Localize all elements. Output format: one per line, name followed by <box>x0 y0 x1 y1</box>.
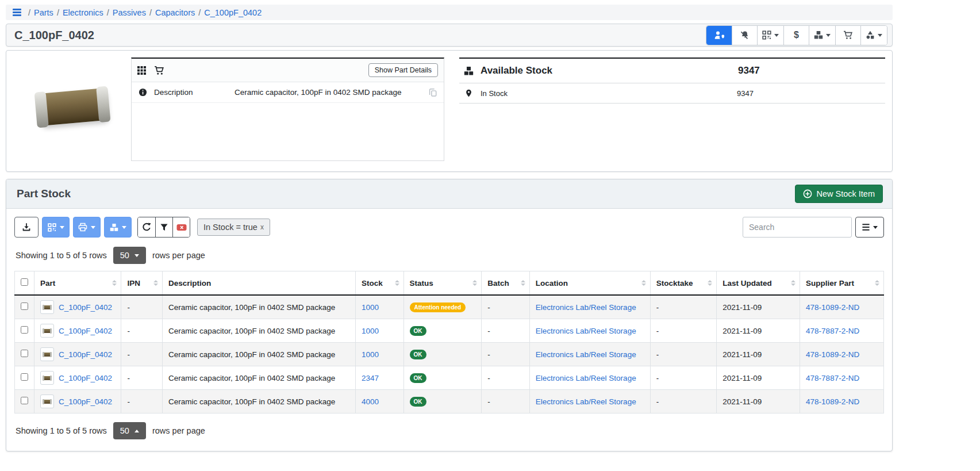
shopping-cart-icon <box>154 66 164 75</box>
pagination-suffix-text: rows per page <box>152 251 205 260</box>
supplier-part-link[interactable]: 478-1089-2-ND <box>806 397 859 406</box>
stock-quantity-link[interactable]: 2347 <box>362 374 379 382</box>
supplier-part-link[interactable]: 478-1089-2-ND <box>806 350 859 359</box>
part-stock-card: Part Stock New Stock Item <box>6 179 893 451</box>
subscribe-button[interactable] <box>706 26 732 45</box>
column-label: Batch <box>487 279 509 288</box>
part-link[interactable]: C_100pF_0402 <box>59 350 112 359</box>
description-cell: Ceramic capacitor, 100pF in 0402 SMD pac… <box>162 390 355 413</box>
supplier-part-link[interactable]: 478-1089-2-ND <box>806 303 859 312</box>
stock-options-button[interactable] <box>104 217 132 238</box>
row-checkbox[interactable] <box>21 326 28 334</box>
row-checkbox[interactable] <box>21 350 28 357</box>
column-label: Last Updated <box>722 279 772 288</box>
column-header-stocktake[interactable]: Stocktake <box>650 271 716 296</box>
menu-icon[interactable] <box>13 9 21 16</box>
page-size-dropdown[interactable]: 50 <box>113 247 146 264</box>
supplier-part-link[interactable]: 478-7887-2-ND <box>806 327 859 335</box>
filter-chip: In Stock = true x <box>197 219 270 236</box>
in-stock-value: 9347 <box>737 89 879 98</box>
column-header-part[interactable]: Part <box>34 271 121 296</box>
breadcrumb-item-capacitors[interactable]: Capacitors <box>155 8 195 17</box>
page-header: C_100pF_0402 $ <box>6 24 893 47</box>
columns-button[interactable] <box>855 217 884 238</box>
column-header-batch[interactable]: Batch <box>482 271 530 296</box>
filter-chip-close[interactable]: x <box>260 223 264 231</box>
available-stock-title: Available Stock <box>481 65 731 76</box>
part-link[interactable]: C_100pF_0402 <box>59 327 112 335</box>
dollar-icon: $ <box>794 30 799 40</box>
breadcrumb-item-parts[interactable]: Parts <box>34 8 53 17</box>
part-stock-title: Part Stock <box>17 187 71 200</box>
breadcrumb-separator: / <box>103 8 113 17</box>
column-header-last-updated[interactable]: Last Updated <box>717 271 800 296</box>
pricing-button[interactable]: $ <box>783 26 809 45</box>
download-icon <box>22 223 31 232</box>
in-stock-label: In Stock <box>481 89 729 98</box>
new-stock-item-button[interactable]: New Stock Item <box>795 185 883 203</box>
chevron-down-icon <box>774 34 779 37</box>
stock-quantity-link[interactable]: 1000 <box>362 327 379 335</box>
ipn-cell: - <box>121 343 163 366</box>
clear-filters-button[interactable] <box>172 217 190 237</box>
copy-icon[interactable] <box>429 88 437 97</box>
breadcrumb-item-electronics[interactable]: Electronics <box>63 8 103 17</box>
search-input[interactable] <box>743 217 852 238</box>
last-updated-cell: 2021-11-09 <box>717 366 800 390</box>
stock-quantity-link[interactable]: 4000 <box>362 397 379 406</box>
part-actions-button[interactable] <box>860 26 887 45</box>
print-actions-button[interactable] <box>73 217 101 238</box>
part-link[interactable]: C_100pF_0402 <box>59 374 112 382</box>
part-link[interactable]: C_100pF_0402 <box>59 303 112 312</box>
location-link[interactable]: Electronics Lab/Reel Storage <box>536 303 636 312</box>
description-cell: Ceramic capacitor, 100pF in 0402 SMD pac… <box>162 366 355 390</box>
row-checkbox[interactable] <box>21 302 28 310</box>
filter-chip-label: In Stock = true <box>203 223 258 232</box>
supplier-part-link[interactable]: 478-7887-2-ND <box>806 374 859 382</box>
location-link[interactable]: Electronics Lab/Reel Storage <box>536 327 636 335</box>
stock-quantity-link[interactable]: 1000 <box>362 350 379 359</box>
notifications-off-button[interactable] <box>732 26 757 45</box>
chevron-down-icon <box>60 226 64 229</box>
column-label: Part <box>40 279 55 288</box>
list-columns-icon <box>862 223 870 231</box>
location-link[interactable]: Electronics Lab/Reel Storage <box>536 350 636 359</box>
available-stock-total: 9347 <box>738 65 881 76</box>
filter-button[interactable] <box>155 217 172 237</box>
barcode-actions-button[interactable] <box>757 26 783 45</box>
show-part-details-button[interactable]: Show Part Details <box>368 63 438 77</box>
column-header-ipn[interactable]: IPN <box>121 271 163 296</box>
breadcrumb-item-passives[interactable]: Passives <box>113 8 146 17</box>
select-all-checkbox[interactable] <box>21 278 28 286</box>
column-header-description[interactable]: Description <box>162 271 355 296</box>
column-header-status[interactable]: Status <box>403 271 482 296</box>
table-row: C_100pF_0402 - Ceramic capacitor, 100pF … <box>15 295 884 319</box>
part-image[interactable] <box>13 58 131 161</box>
location-link[interactable]: Electronics Lab/Reel Storage <box>536 374 636 382</box>
location-link[interactable]: Electronics Lab/Reel Storage <box>536 397 636 406</box>
qrcode-icon <box>48 223 56 232</box>
column-header-stock[interactable]: Stock <box>355 271 403 296</box>
stock-actions-button[interactable] <box>809 26 835 45</box>
purchase-button[interactable] <box>835 26 860 45</box>
row-checkbox[interactable] <box>21 397 28 404</box>
column-header-location[interactable]: Location <box>529 271 650 296</box>
export-button[interactable] <box>14 217 39 238</box>
part-link[interactable]: C_100pF_0402 <box>59 397 112 406</box>
breadcrumb-item-current-part[interactable]: C_100pF_0402 <box>204 8 262 17</box>
page-size-dropdown[interactable]: 50 <box>113 422 146 439</box>
ipn-cell: - <box>121 319 163 343</box>
batch-cell: - <box>482 366 530 390</box>
page-title: C_100pF_0402 <box>14 29 706 42</box>
stock-quantity-link[interactable]: 1000 <box>362 303 379 312</box>
barcode-actions-button[interactable] <box>42 217 70 238</box>
filter-group <box>137 217 190 238</box>
pagination-showing-text: Showing 1 to 5 of 5 rows <box>16 251 107 260</box>
row-checkbox[interactable] <box>21 373 28 381</box>
page-container: / Parts / Electronics / Passives / Capac… <box>6 5 893 451</box>
stocktake-cell: - <box>650 343 716 366</box>
sort-icon <box>472 280 477 286</box>
refresh-button[interactable] <box>138 217 155 237</box>
breadcrumb: / Parts / Electronics / Passives / Capac… <box>6 5 893 20</box>
column-header-supplier-part[interactable]: Supplier Part <box>800 271 884 296</box>
